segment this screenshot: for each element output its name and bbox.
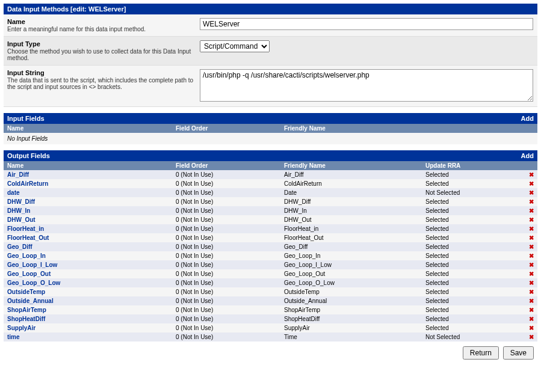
delete-icon[interactable]: ✖ [524,225,534,232]
field-order: 0 (Not In Use) [176,234,284,241]
output-fields-header: Output Fields Add [4,150,537,161]
update-rra: Selected [425,243,524,250]
output-field-link[interactable]: Geo_Loop_I_Low [7,262,57,268]
update-rra: Selected [425,225,524,232]
field-order: 0 (Not In Use) [176,253,284,259]
name-input[interactable] [200,18,533,30]
table-row: Geo_Loop_I_Low0 (Not In Use)Geo_Loop_I_L… [4,260,537,269]
col-rra: Update RRA [425,162,534,169]
table-row: ShopHeatDiff0 (Not In Use)ShopHeatDiffSe… [4,314,537,323]
form-row-name: Name Enter a meaningful name for this da… [4,14,537,37]
output-fields-title: Output Fields [7,152,50,159]
delete-icon[interactable]: ✖ [524,298,534,304]
col-friendly: Friendly Name [284,125,425,132]
delete-icon[interactable]: ✖ [524,216,534,223]
delete-icon[interactable]: ✖ [524,234,534,241]
table-row: Air_Diff0 (Not In Use)Air_DiffSelected✖ [4,170,537,179]
col-name: Name [7,162,176,169]
input-string-textarea[interactable]: /usr/bin/php -q /usr/share/cacti/scripts… [200,69,533,102]
delete-icon[interactable]: ✖ [524,243,534,250]
col-friendly: Friendly Name [284,162,425,169]
table-row: time0 (Not In Use)TimeNot Selected✖ [4,332,537,341]
update-rra: Not Selected [425,189,524,196]
output-field-link[interactable]: DHW_In [7,207,30,214]
panel-header: Data Input Methods [edit: WELServer] [4,4,537,14]
field-order: 0 (Not In Use) [176,180,284,187]
field-order: 0 (Not In Use) [176,198,284,205]
table-row: ShopAirTemp0 (Not In Use)ShopAirTempSele… [4,305,537,314]
update-rra: Selected [425,180,524,187]
update-rra: Selected [425,280,524,286]
update-rra: Selected [425,262,524,268]
name-label: Name [7,18,200,25]
delete-icon[interactable]: ✖ [524,307,534,313]
return-button[interactable]: Return [463,346,499,360]
delete-icon[interactable]: ✖ [524,334,534,340]
table-row: DHW_In0 (Not In Use)DHW_InSelected✖ [4,206,537,215]
col-order: Field Order [176,125,284,132]
field-order: 0 (Not In Use) [176,207,284,214]
delete-icon[interactable]: ✖ [524,171,534,178]
delete-icon[interactable]: ✖ [524,325,534,331]
input-string-label: Input String [7,69,200,76]
output-field-link[interactable]: time [7,334,20,340]
output-field-link[interactable]: DHW_Out [7,216,36,223]
output-field-link[interactable]: DHW_Diff [7,198,35,205]
output-fields-body: Air_Diff0 (Not In Use)Air_DiffSelected✖C… [4,170,537,341]
input-fields-add-link[interactable]: Add [521,115,534,122]
field-order: 0 (Not In Use) [176,280,284,286]
table-row: ColdAirReturn0 (Not In Use)ColdAirReturn… [4,179,537,188]
no-input-fields: No Input Fields [4,133,537,144]
friendly-name: Outside_Annual [284,298,425,304]
col-name: Name [7,125,176,132]
delete-icon[interactable]: ✖ [524,198,534,205]
input-type-label: Input Type [7,40,200,47]
friendly-name: SupplyAir [284,325,425,331]
friendly-name: Date [284,189,425,196]
output-field-link[interactable]: OutsideTemp [7,289,45,295]
delete-icon[interactable]: ✖ [524,180,534,187]
output-field-link[interactable]: Geo_Loop_In [7,253,46,259]
input-type-select[interactable]: Script/Command [200,40,270,52]
friendly-name: Geo_Loop_Out [284,271,425,277]
delete-icon[interactable]: ✖ [524,271,534,277]
output-field-link[interactable]: ColdAirReturn [7,180,48,187]
output-field-link[interactable]: FloorHeat_in [7,225,44,232]
update-rra: Selected [425,171,524,178]
field-order: 0 (Not In Use) [176,316,284,322]
field-order: 0 (Not In Use) [176,298,284,304]
output-fields-columns: Name Field Order Friendly Name Update RR… [4,161,537,170]
friendly-name: ColdAirReturn [284,180,425,187]
output-field-link[interactable]: FloorHeat_Out [7,234,49,241]
output-field-link[interactable]: ShopHeatDiff [7,316,45,322]
output-field-link[interactable]: SupplyAir [7,325,36,331]
friendly-name: Air_Diff [284,171,425,178]
save-button[interactable]: Save [503,346,534,360]
button-row: Return Save [4,341,537,364]
delete-icon[interactable]: ✖ [524,189,534,196]
input-fields-columns: Name Field Order Friendly Name [4,124,537,133]
output-field-link[interactable]: date [7,189,20,196]
table-row: OutsideTemp0 (Not In Use)OutsideTempSele… [4,287,537,296]
update-rra: Selected [425,316,524,322]
panel-title: Data Input Methods [edit: WELServer] [7,5,126,13]
output-field-link[interactable]: Outside_Annual [7,298,54,304]
delete-icon[interactable]: ✖ [524,253,534,259]
table-row: Geo_Loop_Out0 (Not In Use)Geo_Loop_OutSe… [4,269,537,278]
output-field-link[interactable]: Geo_Loop_Out [7,271,51,277]
output-field-link[interactable]: ShopAirTemp [7,307,46,313]
delete-icon[interactable]: ✖ [524,262,534,268]
output-field-link[interactable]: Geo_Loop_O_Low [7,280,60,286]
delete-icon[interactable]: ✖ [524,280,534,286]
field-order: 0 (Not In Use) [176,307,284,313]
delete-icon[interactable]: ✖ [524,289,534,295]
table-row: Geo_Diff0 (Not In Use)Geo_DiffSelected✖ [4,242,537,251]
output-field-link[interactable]: Air_Diff [7,171,29,178]
friendly-name: OutsideTemp [284,289,425,295]
delete-icon[interactable]: ✖ [524,316,534,322]
delete-icon[interactable]: ✖ [524,207,534,214]
field-order: 0 (Not In Use) [176,334,284,340]
output-fields-add-link[interactable]: Add [521,152,534,159]
output-field-link[interactable]: Geo_Diff [7,243,32,250]
update-rra: Selected [425,207,524,214]
